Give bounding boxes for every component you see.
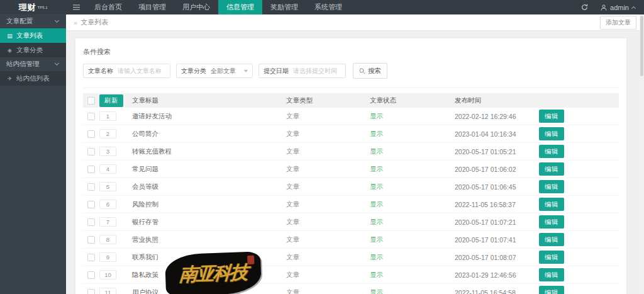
sidebar-item-label: 文章列表 [16, 31, 43, 40]
edit-button[interactable]: 编辑 [539, 110, 564, 123]
publish-time: 2022-11-05 16:58:37 [455, 201, 539, 208]
row-checkbox[interactable] [87, 236, 95, 244]
status-toggle[interactable]: 显示 [370, 165, 383, 174]
topbar-menu-item[interactable]: 奖励管理 [262, 0, 306, 14]
sidebar-item[interactable]: ✈站内信列表 [0, 71, 66, 86]
edit-button[interactable]: 编辑 [539, 215, 564, 229]
order-input[interactable]: 5 [99, 182, 116, 191]
refresh-button[interactable]: 刷新 [99, 94, 123, 107]
app-logo[interactable]: 理财TP5.1 [0, 0, 66, 14]
topbar-menu-item[interactable]: 信息管理 [218, 0, 262, 14]
row-checkbox[interactable] [87, 183, 95, 191]
scrollbar-thumb[interactable] [640, 16, 643, 76]
status-toggle[interactable]: 显示 [370, 112, 383, 121]
topbar: 理财TP5.1 后台首页项目管理用户中心信息管理奖励管理系统管理 admin [0, 0, 644, 14]
header-article-title: 文章标题 [132, 96, 286, 105]
edit-button[interactable]: 编辑 [539, 145, 564, 158]
edit-button[interactable]: 编辑 [539, 268, 564, 281]
breadcrumb-icon: » [74, 19, 77, 26]
publish-time: 2020-05-17 01:06:45 [455, 183, 539, 191]
status-toggle[interactable]: 显示 [370, 147, 383, 156]
article-name-input[interactable] [118, 67, 165, 74]
row-checkbox[interactable] [87, 254, 95, 261]
content-area: 条件搜索 文章名称 文章分类 全部文章 提交日期 搜索 [66, 31, 640, 294]
row-checkbox[interactable] [87, 289, 95, 294]
sidebar-item[interactable]: ◈文章分类 [0, 43, 66, 57]
order-input[interactable]: 9 [99, 252, 116, 262]
sidebar: 文章配置▤文章列表◈文章分类站内信管理✈站内信列表 [0, 14, 66, 294]
order-input[interactable]: 10 [99, 270, 116, 280]
search-button[interactable]: 搜索 [353, 63, 387, 79]
sidebar-item[interactable]: ▤文章列表 [0, 28, 66, 43]
edit-button[interactable]: 编辑 [539, 180, 564, 193]
table-row: 1邀请好友活动文章显示2022-02-12 16:29:46编辑 [83, 108, 619, 125]
row-checkbox[interactable] [87, 271, 95, 279]
user-menu[interactable]: admin [601, 4, 635, 11]
article-type: 文章 [286, 253, 370, 262]
add-article-button[interactable]: 添加文章 [600, 16, 636, 30]
search-icon [359, 68, 365, 74]
hamburger-icon [73, 7, 80, 8]
order-input[interactable]: 6 [99, 200, 116, 209]
order-input[interactable]: 1 [99, 111, 116, 121]
sidebar-group-header[interactable]: 文章配置 [0, 14, 66, 28]
status-toggle[interactable]: 显示 [370, 271, 383, 280]
status-toggle[interactable]: 显示 [370, 130, 383, 139]
edit-button[interactable]: 编辑 [539, 233, 564, 246]
topbar-menu-item[interactable]: 系统管理 [306, 0, 350, 14]
select-all-checkbox[interactable] [87, 97, 95, 105]
edit-button[interactable]: 编辑 [539, 286, 564, 294]
row-checkbox[interactable] [87, 130, 95, 138]
order-input[interactable]: 2 [99, 129, 116, 139]
status-toggle[interactable]: 显示 [370, 288, 383, 294]
article-name-label: 文章名称 [88, 67, 113, 76]
order-input[interactable]: 3 [99, 147, 116, 156]
row-checkbox[interactable] [87, 218, 95, 226]
edit-button[interactable]: 编辑 [539, 251, 564, 264]
breadcrumb: 文章列表 [80, 18, 108, 27]
table-row: 4常见问题文章显示2020-05-17 01:06:02编辑 [83, 161, 619, 178]
row-checkbox[interactable] [87, 166, 95, 173]
article-title: 邀请好友活动 [132, 112, 286, 121]
status-toggle[interactable]: 显示 [370, 200, 383, 209]
article-title: 营业执照 [132, 235, 286, 244]
row-checkbox[interactable] [87, 113, 95, 120]
category-select[interactable]: 文章分类 全部文章 [176, 64, 253, 78]
publish-time: 2022-11-05 16:54:58 [455, 289, 539, 294]
topbar-menu-item[interactable]: 项目管理 [130, 0, 174, 14]
topbar-menu-item[interactable]: 用户中心 [174, 0, 218, 14]
article-type: 文章 [286, 130, 370, 139]
topbar-menu-item[interactable]: 后台首页 [86, 0, 130, 14]
order-input[interactable]: 11 [99, 288, 116, 294]
article-name-field[interactable]: 文章名称 [83, 64, 170, 78]
topbar-right: admin [581, 0, 644, 14]
edit-button[interactable]: 编辑 [539, 127, 564, 140]
table-row: 5会员等级文章显示2020-05-17 01:06:45编辑 [83, 178, 619, 196]
submit-date-label: 提交日期 [264, 67, 289, 76]
edit-button[interactable]: 编辑 [539, 198, 564, 211]
status-toggle[interactable]: 显示 [370, 253, 383, 262]
article-type: 文章 [286, 200, 370, 209]
sidebar-group-label: 文章配置 [6, 17, 33, 26]
category-value: 全部文章 [211, 67, 244, 76]
status-toggle[interactable]: 显示 [370, 235, 383, 244]
row-checkbox[interactable] [87, 201, 95, 208]
submit-date-field[interactable]: 提交日期 [258, 64, 346, 78]
menu-toggle-icon[interactable] [66, 0, 86, 14]
order-input[interactable]: 8 [99, 235, 116, 244]
order-input[interactable]: 4 [99, 164, 116, 174]
submit-date-input[interactable] [293, 67, 341, 74]
order-input[interactable]: 7 [99, 217, 116, 227]
scrollbar[interactable] [640, 14, 644, 294]
status-toggle[interactable]: 显示 [370, 183, 383, 191]
status-toggle[interactable]: 显示 [370, 218, 383, 227]
edit-button[interactable]: 编辑 [539, 162, 564, 176]
filter-row: 文章名称 文章分类 全部文章 提交日期 搜索 [83, 63, 619, 88]
article-type: 文章 [286, 288, 370, 294]
article-title: 转账充值教程 [132, 147, 286, 156]
row-checkbox[interactable] [87, 148, 95, 155]
refresh-icon[interactable] [581, 4, 588, 11]
article-list-panel: 条件搜索 文章名称 文章分类 全部文章 提交日期 搜索 [75, 38, 626, 294]
sidebar-group-header[interactable]: 站内信管理 [0, 57, 66, 71]
article-type: 文章 [286, 183, 370, 191]
